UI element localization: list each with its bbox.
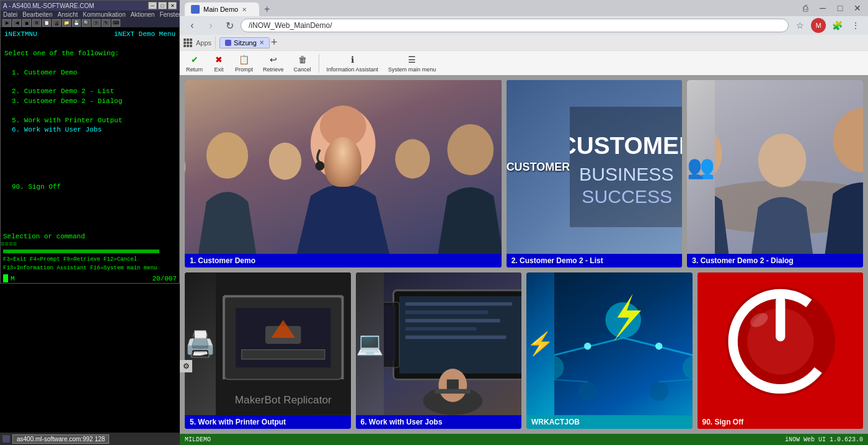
card-user-jobs[interactable]: 6. Work with User Jobs (356, 272, 522, 429)
browser-minimize-btn[interactable]: ─ (815, 2, 831, 14)
term-tool-8[interactable]: 💾 (72, 19, 81, 27)
forward-button[interactable]: › (203, 18, 218, 33)
card-customer-demo-2-list-image: CUSTOMER BUSINESS SUCCESS (507, 80, 683, 254)
card-sign-off-label: 90. Sign Off (698, 415, 864, 429)
card-sign-off[interactable]: 90. Sign Off (698, 272, 864, 429)
browser-tab-main-demo[interactable]: Main Demo ✕ (185, 2, 259, 16)
left-terminal-panel: A - AS400.ML-SOFTWARE.COM ─ □ ✕ Datei Be… (0, 0, 180, 445)
svg-point-4 (206, 132, 248, 179)
svg-point-20 (758, 133, 807, 187)
selection-label: Selection or command (3, 233, 85, 240)
card-wrkactjob-image (526, 272, 693, 415)
info-assistant-button[interactable]: ℹ Information Assistant (324, 52, 381, 74)
terminal-close[interactable]: ✕ (168, 2, 177, 9)
card-customer-demo-2-list[interactable]: CUSTOMER BUSINESS SUCCESS 2. Customer De… (507, 80, 683, 267)
taskbar-terminal-label: as400.ml-software.com:992 (17, 436, 93, 443)
svg-text:BUSINESS: BUSINESS (579, 164, 674, 184)
terminal-menu: Datei Bearbeiten Ansicht Kommunikation A… (1, 11, 179, 19)
card-user-jobs-label: 6. Work with User Jobs (356, 415, 522, 429)
system-main-menu-button[interactable]: ☰ System main menu (386, 52, 438, 74)
taskbar: as400.ml-software.com:992 128 (0, 433, 180, 445)
info-assistant-icon: ℹ (346, 53, 358, 66)
menu-ansicht[interactable]: Ansicht (58, 11, 78, 18)
browser-restore-btn[interactable]: □ (832, 2, 848, 14)
settings-gear-button[interactable]: ⚙ (180, 360, 192, 372)
term-tool-5[interactable]: 📋 (42, 19, 51, 27)
term-tool-11[interactable]: ✎ (102, 19, 110, 27)
svg-rect-24 (242, 350, 325, 359)
browser-close-btn[interactable]: ✕ (849, 2, 866, 14)
fkey-row-1: F3=Exit F4=Prompt F9=Retrieve F12=Cancel (3, 256, 177, 264)
term-tool-7[interactable]: 📁 (62, 19, 71, 27)
terminal-maximize[interactable]: □ (158, 2, 167, 9)
menu-item-6: 6. Work with User Jobs (4, 125, 175, 135)
browser-wrapper: Main Demo ✕ + ⎙ ─ □ ✕ ‹ › ↻ ☆ M 🧩 ⋮ (180, 0, 868, 445)
card-customer-demo[interactable]: 1. Customer Demo (185, 80, 502, 267)
instruction-text: Select one of the following: (4, 49, 175, 58)
prompt-button[interactable]: 📋 Prompt (232, 52, 255, 74)
svg-point-48 (578, 382, 597, 401)
taskbar-terminal-item[interactable]: as400.ml-software.com:992 128 (12, 434, 109, 444)
card-customer-demo-image (185, 80, 502, 254)
card-customer-demo-label: 1. Customer Demo (185, 254, 502, 267)
system-main-menu-icon: ☰ (406, 53, 418, 66)
progress-bar-container (1, 248, 179, 254)
browser-print-btn[interactable]: ⎙ (797, 2, 813, 14)
address-bar[interactable] (241, 19, 789, 32)
menu-bearbeiten[interactable]: Bearbeiten (22, 11, 52, 18)
svg-point-6 (269, 143, 301, 180)
session-tab-close[interactable]: ✕ (259, 39, 264, 46)
svg-point-3 (315, 161, 324, 171)
terminal-command-input[interactable] (17, 241, 141, 248)
card-customer-demo-2-dialog-label: 3. Customer Demo 2 - Dialog (687, 254, 863, 267)
session-tab[interactable]: Sitzung ✕ (219, 37, 270, 48)
prompt-label: ==== (1, 241, 17, 248)
back-button[interactable]: ‹ (185, 18, 200, 33)
refresh-button[interactable]: ↻ (222, 18, 237, 33)
menu-kommunikation[interactable]: Kommunikation (83, 11, 126, 18)
svg-rect-37 (405, 336, 506, 339)
svg-point-54 (584, 343, 591, 349)
svg-point-5 (447, 124, 494, 175)
term-tool-2[interactable]: ◀ (12, 19, 21, 27)
svg-point-49 (649, 382, 668, 401)
term-tool-12[interactable]: ⌨ (112, 19, 120, 27)
return-button[interactable]: ✔ Return (184, 52, 205, 74)
taskbar-start-icon[interactable] (2, 435, 10, 443)
terminal-minimize[interactable]: ─ (148, 2, 157, 9)
menu-item-5: 5. Work with Printer Output (4, 116, 175, 125)
terminal-input-bar: ==== (1, 241, 179, 248)
card-printer-output[interactable]: MakerBot Replicator 5. Work with Printer… (185, 272, 351, 429)
retrieve-label: Retrieve (263, 66, 284, 73)
exit-icon: ✖ (213, 53, 225, 66)
card-wrkactjob[interactable]: WRKACTJOB (526, 272, 693, 429)
card-customer-demo-2-dialog[interactable]: 3. Customer Demo 2 - Dialog (687, 80, 863, 267)
profile-button[interactable]: M (811, 18, 826, 33)
term-tool-9[interactable]: 🔍 (82, 19, 91, 27)
term-tool-3[interactable]: ⏹ (22, 19, 31, 27)
prompt-icon: 📋 (238, 53, 250, 66)
term-tool-4[interactable]: ⚙ (32, 19, 41, 27)
term-tool-10[interactable]: ? (92, 19, 100, 27)
new-tab-button[interactable]: + (260, 2, 273, 16)
menu-button[interactable]: ⋮ (848, 18, 863, 33)
bookmark-button[interactable]: ☆ (792, 18, 807, 33)
term-tool-1[interactable]: ▶ (2, 19, 11, 27)
svg-text:SUCCESS: SUCCESS (582, 186, 673, 207)
svg-rect-36 (405, 327, 476, 331)
app-tabs-row: Apps Sitzung ✕ + (180, 35, 868, 50)
apps-icon[interactable]: Apps (184, 38, 211, 47)
exit-button[interactable]: ✖ Exit (210, 52, 228, 74)
retrieve-button[interactable]: ↩ Retrieve (260, 52, 286, 74)
card-printer-image: MakerBot Replicator (185, 272, 351, 415)
printer-graphic: MakerBot Replicator (185, 272, 351, 415)
menu-datei[interactable]: Datei (3, 11, 17, 18)
tab-close-btn[interactable]: ✕ (242, 6, 247, 13)
menu-fenster[interactable]: Fenster (159, 11, 180, 18)
browser-tabs: Main Demo ✕ + (180, 0, 868, 16)
extensions-button[interactable]: 🧩 (830, 18, 844, 33)
cancel-button[interactable]: 🗑 Cancel (291, 52, 314, 74)
add-session-button[interactable]: + (271, 36, 278, 49)
term-tool-6[interactable]: 🖨 (52, 19, 61, 27)
menu-aktionen[interactable]: Aktionen (130, 11, 154, 18)
